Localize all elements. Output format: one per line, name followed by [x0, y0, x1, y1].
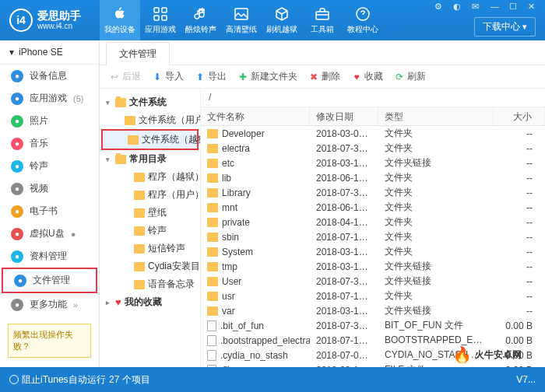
folder-icon	[207, 159, 218, 168]
tree-item[interactable]: 文件系统（越狱）	[101, 129, 199, 150]
nav-tab-cube[interactable]: 刷机越狱	[262, 0, 302, 40]
favorite-button[interactable]: ♥收藏	[351, 70, 383, 83]
toolbar: ↩后退 ⬇导入 ⬆导出 ✚新建文件夹 ✖删除 ♥收藏 ⟳刷新	[100, 65, 545, 89]
sidebar-item[interactable]: ●视频	[0, 177, 99, 200]
maximize-icon[interactable]: ☐	[509, 2, 522, 12]
path-bar[interactable]: /	[201, 89, 545, 107]
folder-tree: ▾文件系统文件系统（用户）文件系统（越狱）▾常用目录程序（越狱）程序（用户）壁纸…	[100, 89, 201, 367]
svg-rect-5	[316, 12, 329, 19]
nav-tab-wallpaper[interactable]: 高清壁纸	[221, 0, 262, 40]
sidebar-icon: ●	[11, 115, 23, 128]
col-name[interactable]: 文件名称	[201, 107, 310, 125]
folder-icon	[134, 173, 145, 182]
delete-button[interactable]: ✖删除	[308, 70, 340, 83]
col-type[interactable]: 类型	[378, 107, 494, 125]
file-row[interactable]: .cydia_no_stash2018-07-09 09:49:...CYDIA…	[201, 348, 545, 362]
minimize-icon[interactable]: —	[490, 2, 503, 12]
refresh-icon: ⟳	[394, 72, 405, 82]
nav-tabs: 我的设备应用游戏酷炫铃声高清壁纸刷机越狱工具箱教程中心	[100, 0, 383, 40]
export-button[interactable]: ⬆导出	[195, 70, 227, 83]
sidebar-icon: ●	[11, 183, 23, 195]
tab-file-manager[interactable]: 文件管理	[106, 42, 170, 65]
list-header: 文件名称 修改日期 类型 大小	[201, 107, 545, 126]
tree-item[interactable]: Cydia安装目录	[100, 257, 200, 275]
sidebar-icon: ●	[11, 228, 23, 240]
tree-item[interactable]: ▸♥我的收藏	[100, 293, 200, 311]
tree-item[interactable]: 壁纸	[100, 204, 200, 222]
file-row[interactable]: usr2018-07-11 13:48:...文件夹--	[201, 289, 545, 303]
sidebar-item[interactable]: ●应用游戏(5)	[0, 87, 99, 110]
settings-icon[interactable]: ⚙	[434, 2, 447, 12]
item-count: 27 个项目	[109, 373, 150, 387]
folder-icon	[115, 98, 126, 107]
alert-link[interactable]: 频繁出现操作失败？	[8, 324, 91, 358]
sidebar: ▾ iPhone SE ●设备信息●应用游戏(5)●照片●音乐●铃声●视频●电子…	[0, 40, 100, 367]
sidebar-item[interactable]: ●音乐	[0, 132, 99, 155]
itunes-toggle[interactable]: 阻止iTunes自动运行	[9, 373, 106, 387]
download-center-button[interactable]: 下载中心 ▾	[474, 17, 536, 37]
folder-icon	[207, 277, 218, 286]
nav-tab-toolbox[interactable]: 工具箱	[302, 0, 343, 40]
file-row[interactable]: .bootstrapped_electra2018-07-11 13:48:..…	[201, 333, 545, 348]
sidebar-item[interactable]: ●文件管理	[2, 268, 97, 293]
tree-item[interactable]: 程序（越狱）	[100, 168, 200, 186]
header-bar: i4 爱思助手 www.i4.cn 我的设备应用游戏酷炫铃声高清壁纸刷机越狱工具…	[0, 0, 545, 40]
file-row[interactable]: User2018-07-30 10:34:...文件夹链接--	[201, 274, 545, 289]
tree-item[interactable]: 语音备忘录	[100, 275, 200, 293]
sidebar-item[interactable]: ●更多功能»	[0, 293, 99, 316]
file-list: / 文件名称 修改日期 类型 大小 Developer2018-03-01 18…	[201, 89, 545, 367]
back-button[interactable]: ↩后退	[109, 70, 141, 83]
folder-icon	[125, 116, 135, 125]
file-row[interactable]: private2018-04-19 00:49:...文件夹--	[201, 215, 545, 229]
file-row[interactable]: mnt2018-06-10 16:52:...文件夹--	[201, 200, 545, 215]
tree-item[interactable]: 短信铃声	[100, 240, 200, 257]
file-row[interactable]: System2018-03-14 20:18:...文件夹--	[201, 244, 545, 259]
tree-item[interactable]: 铃声	[100, 222, 200, 240]
folder-icon	[134, 226, 145, 236]
file-icon	[207, 320, 216, 331]
sidebar-item[interactable]: ●虚拟U盘●	[0, 222, 99, 245]
tree-item[interactable]: ▾常用目录	[100, 150, 200, 168]
sidebar-item[interactable]: ●照片	[0, 110, 99, 132]
file-row[interactable]: lib2018-06-10 16:52:...文件夹--	[201, 170, 545, 185]
nav-tab-apple[interactable]: 我的设备	[100, 0, 140, 40]
col-date[interactable]: 修改日期	[310, 107, 378, 125]
tree-item[interactable]: 文件系统（用户）	[100, 111, 200, 129]
close-icon[interactable]: ✕	[528, 2, 540, 12]
file-row[interactable]: Library2018-07-30 11:08:...文件夹--	[201, 185, 545, 200]
feedback-icon[interactable]: ✉	[472, 2, 484, 12]
nav-tab-apps[interactable]: 应用游戏	[140, 0, 181, 40]
nav-tab-help[interactable]: 教程中心	[343, 0, 383, 40]
sidebar-icon: ●	[11, 138, 23, 150]
folder-icon	[134, 244, 145, 254]
file-row[interactable]: .bit_of_fun2018-07-30 10:33:...BIT_OF_FU…	[201, 318, 545, 333]
import-button[interactable]: ⬇导入	[152, 70, 184, 83]
new-folder-button[interactable]: ✚新建文件夹	[237, 70, 297, 83]
file-row[interactable]: tmp2018-03-14 20:23:...文件夹链接--	[201, 259, 545, 274]
expand-icon: ▸	[106, 299, 112, 306]
tree-item[interactable]: ▾文件系统	[100, 93, 200, 111]
heart-icon: ♥	[115, 296, 121, 308]
file-row[interactable]: etc2018-03-14 20:23:...文件夹链接--	[201, 156, 545, 170]
sidebar-item[interactable]: ●铃声	[0, 155, 99, 177]
col-size[interactable]: 大小	[494, 107, 545, 125]
file-row[interactable]: var2018-03-14 20:23:...文件夹链接--	[201, 303, 545, 318]
device-selector[interactable]: ▾ iPhone SE	[0, 40, 99, 65]
sidebar-item[interactable]: ●电子书	[0, 200, 99, 222]
folder-icon	[207, 218, 218, 227]
sidebar-item[interactable]: ●资料管理	[0, 245, 99, 268]
file-row[interactable]: .file2018-03-14 10:09:...FILE 文件0.00 B	[201, 362, 545, 367]
skin-icon[interactable]: ◐	[453, 2, 466, 12]
chevron-down-icon: ▾	[9, 47, 14, 58]
file-area: ▾文件系统文件系统（用户）文件系统（越狱）▾常用目录程序（越狱）程序（用户）壁纸…	[100, 89, 545, 367]
nav-tab-music[interactable]: 酷炫铃声	[181, 0, 221, 40]
folder-icon	[134, 262, 145, 271]
file-row[interactable]: electra2018-07-30 10:34:...文件夹--	[201, 141, 545, 156]
cube-icon	[273, 5, 290, 23]
refresh-button[interactable]: ⟳刷新	[394, 70, 426, 83]
file-row[interactable]: sbin2018-07-11 13:47:...文件夹--	[201, 229, 545, 244]
sidebar-item[interactable]: ●设备信息	[0, 65, 99, 87]
file-row[interactable]: Developer2018-03-01 18:08:...文件夹--	[201, 126, 545, 141]
logo-url: www.i4.cn	[37, 22, 81, 30]
tree-item[interactable]: 程序（用户）	[100, 186, 200, 204]
